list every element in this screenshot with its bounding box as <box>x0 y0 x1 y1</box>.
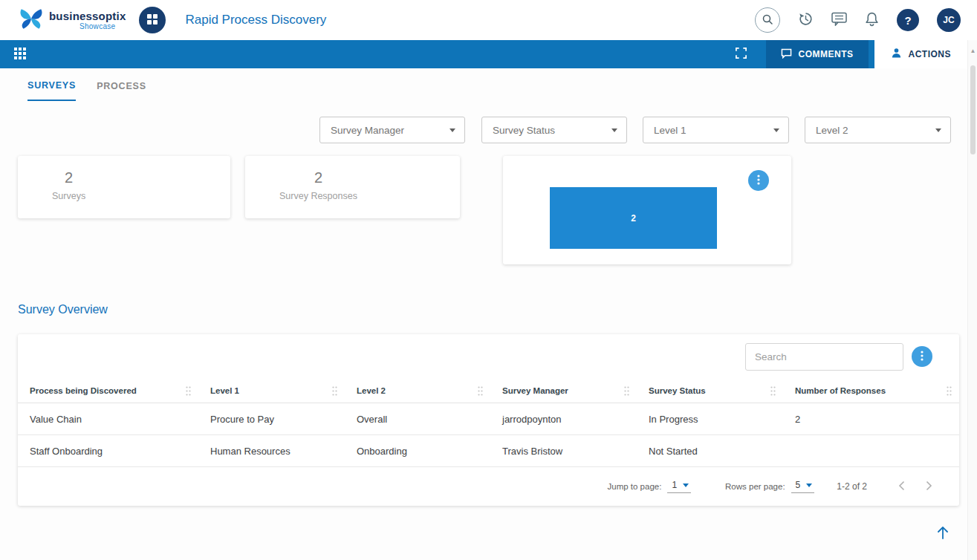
cell-number-of-responses <box>783 435 959 466</box>
chevron-down-icon <box>773 128 779 132</box>
chevron-down-icon <box>611 128 617 132</box>
cell-level-2: Onboarding <box>345 435 490 466</box>
comment-bubble-icon <box>781 48 792 61</box>
fullscreen-button[interactable] <box>729 42 754 67</box>
filter-level-2[interactable]: Level 2 <box>805 117 951 143</box>
cell-process: Staff Onboarding <box>18 435 198 466</box>
cell-survey-status: Not Started <box>637 435 783 466</box>
table-menu-button[interactable] <box>912 346 932 367</box>
cell-number-of-responses: 2 <box>783 403 959 434</box>
app-launcher-button[interactable] <box>139 7 166 33</box>
section-title: Survey Overview <box>18 303 108 316</box>
businessoptix-logo[interactable]: businessoptix Showcase <box>19 8 126 33</box>
rows-per-page-select[interactable]: 5 <box>791 480 815 493</box>
question-mark-icon: ? <box>904 14 911 27</box>
stat-card-surveys: 2 Surveys <box>18 156 230 218</box>
help-button[interactable]: ? <box>897 9 919 31</box>
kebab-menu-icon <box>757 175 760 187</box>
history-button[interactable] <box>798 11 814 29</box>
filter-survey-manager-label: Survey Manager <box>331 125 404 136</box>
cell-level-2: Overall <box>345 403 490 434</box>
column-header-process[interactable]: Process being Discovered <box>18 379 198 403</box>
chevron-left-icon <box>898 481 905 493</box>
chart-menu-button[interactable] <box>748 170 769 191</box>
chevron-down-icon <box>935 128 941 132</box>
page-title: Rapid Process Discovery <box>185 13 326 27</box>
rows-per-page-label: Rows per page: <box>725 482 785 491</box>
cell-process: Value Chain <box>18 403 198 434</box>
filter-level-2-label: Level 2 <box>816 125 848 136</box>
filter-survey-status-label: Survey Status <box>493 125 555 136</box>
next-page-button[interactable] <box>926 481 932 493</box>
filter-survey-status[interactable]: Survey Status <box>481 117 627 143</box>
waffle-grid-icon <box>14 48 26 62</box>
filter-level-1-label: Level 1 <box>654 125 687 136</box>
chevron-down-icon <box>683 484 689 487</box>
previous-page-button[interactable] <box>898 481 905 493</box>
apps-menu-button[interactable] <box>9 43 31 65</box>
chat-lines-icon <box>831 12 847 28</box>
logo-subtitle: Showcase <box>79 23 116 30</box>
filter-survey-manager[interactable]: Survey Manager <box>319 117 465 143</box>
chart-bar[interactable]: 2 <box>550 187 717 249</box>
actions-button[interactable]: ACTIONS <box>874 40 968 68</box>
cell-survey-manager: Travis Bristow <box>490 435 637 466</box>
search-input[interactable] <box>745 343 903 371</box>
survey-overview-table-card: Process being Discovered Level 1 Level 2… <box>18 334 959 506</box>
bell-icon <box>865 11 879 29</box>
pagination-range: 1-2 of 2 <box>837 481 867 492</box>
drag-handle-icon[interactable] <box>478 386 483 396</box>
page-scrollbar[interactable]: ▲ <box>967 40 977 560</box>
app-window: businessoptix Showcase Rapid Process Dis… <box>0 0 977 560</box>
app-header: businessoptix Showcase Rapid Process Dis… <box>0 0 977 40</box>
cell-level-1: Procure to Pay <box>198 403 345 434</box>
table-header-row: Process being Discovered Level 1 Level 2… <box>18 379 959 403</box>
filter-level-1[interactable]: Level 1 <box>643 117 789 143</box>
jump-to-page-select[interactable]: 1 <box>667 480 691 493</box>
feedback-button[interactable] <box>831 12 847 28</box>
scrollbar-thumb[interactable] <box>970 65 976 154</box>
scroll-to-top-button[interactable] <box>932 522 954 544</box>
survey-status-chart-card: 2 <box>503 156 791 264</box>
survey-responses-count: 2 <box>279 169 357 186</box>
cell-level-1: Human Resources <box>198 435 345 466</box>
actions-button-label: ACTIONS <box>909 49 952 59</box>
drag-handle-icon[interactable] <box>186 386 191 396</box>
column-header-survey-status[interactable]: Survey Status <box>637 379 783 403</box>
tab-process[interactable]: PROCESS <box>97 80 146 101</box>
column-header-level-2[interactable]: Level 2 <box>345 379 490 403</box>
butterfly-logo-icon <box>19 8 43 33</box>
table-row[interactable]: Value Chain Procure to Pay Overall jarro… <box>18 403 959 435</box>
cell-survey-status: In Progress <box>637 403 783 434</box>
table-row[interactable]: Staff Onboarding Human Resources Onboard… <box>18 435 959 467</box>
comments-button[interactable]: COMMENTS <box>766 40 869 68</box>
column-header-level-1[interactable]: Level 1 <box>198 379 345 403</box>
notifications-button[interactable] <box>865 11 879 29</box>
drag-handle-icon[interactable] <box>624 386 629 396</box>
surveys-count: 2 <box>52 169 85 186</box>
avatar[interactable]: JC <box>937 8 961 32</box>
kebab-menu-icon <box>921 351 924 363</box>
logo-wordmark: businessoptix <box>49 10 126 22</box>
tab-bar: SURVEYS PROCESS <box>27 80 146 101</box>
drag-handle-icon[interactable] <box>947 386 952 396</box>
column-header-survey-manager[interactable]: Survey Manager <box>490 379 637 403</box>
jump-to-page-label: Jump to page: <box>607 482 661 491</box>
header-actions: ? JC <box>755 7 961 33</box>
surveys-count-label: Surveys <box>52 191 85 201</box>
history-icon <box>798 11 814 29</box>
arrow-up-icon <box>936 525 950 542</box>
chart-bar-value-label: 2 <box>631 213 636 224</box>
tab-surveys[interactable]: SURVEYS <box>27 80 76 101</box>
person-icon <box>891 48 902 61</box>
search-icon <box>762 13 773 27</box>
column-header-number-of-responses[interactable]: Number of Responses <box>783 379 959 403</box>
chevron-right-icon <box>926 481 932 493</box>
scrollbar-up-arrow-icon[interactable]: ▲ <box>968 48 977 54</box>
drag-handle-icon[interactable] <box>770 386 776 396</box>
drag-handle-icon[interactable] <box>332 386 337 396</box>
jump-to-page-value: 1 <box>672 480 677 490</box>
stat-card-survey-responses: 2 Survey Responses <box>245 156 460 218</box>
table-pagination: Jump to page: 1 Rows per page: 5 1-2 of … <box>18 467 959 506</box>
search-button[interactable] <box>755 7 780 33</box>
